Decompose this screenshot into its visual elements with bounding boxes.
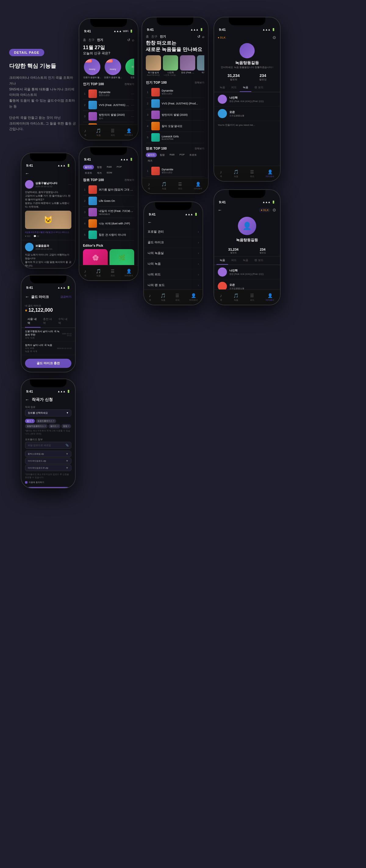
settings-nav-feed[interactable]: ☰ 피드 [175, 293, 180, 302]
menu-fanboard[interactable]: 나의 팬 보드 › [144, 280, 202, 291]
right-top100-more[interactable]: 전체보기 [195, 81, 204, 84]
track-item-2[interactable]: 2 VVS (Feat. JUSTHIS) (Prod... ··· [83, 99, 134, 111]
genre-track-1[interactable]: 1 퍼기름 밟아 (힘없자 그대 X 산들) [83, 184, 134, 195]
refresh-icon[interactable]: ↺ [197, 34, 200, 39]
right-track-3[interactable]: 3 방탄의의 별별 (2020) [146, 109, 204, 121]
artist-1[interactable]: 취기들 빛에 BaeXY백00/1은 [146, 55, 161, 76]
bottom-nav-profile[interactable]: 👤 아이파너 [125, 269, 133, 277]
right-genre-tab-trot[interactable]: 트로트 [188, 153, 199, 157]
menu-recording-room[interactable]: 나의 녹음실 › [144, 248, 202, 258]
profile-nav-song[interactable]: ♪ 곡 [220, 169, 222, 178]
circle-item-1[interactable]: 팔라드 moony 언젠가 생생어 될... [83, 59, 101, 79]
settings-icon[interactable]: ⚙ [272, 35, 276, 40]
right-nav-profile[interactable]: 👤 아이파너 [194, 182, 202, 190]
genre-track-4[interactable]: 4 나는 바꿔 (duet with JYP) [83, 218, 134, 229]
tag-pops[interactable]: 팝스 × [25, 419, 35, 423]
bottom-nav-song[interactable]: ♪ 곡 [84, 269, 86, 277]
right-genre-tab-jazz[interactable]: 재즈 [146, 158, 154, 163]
nav-tab-popular[interactable]: 인기 [97, 38, 103, 42]
settings-nav-record[interactable]: 🎵 녹음 [160, 293, 166, 302]
top100-more[interactable]: 전체보기 [125, 83, 134, 86]
nav-popular[interactable]: 인기 [160, 34, 166, 39]
like-action[interactable]: ♥ 322 [25, 235, 31, 238]
profile-tab-recording[interactable]: 녹음 [217, 84, 228, 92]
artist-settings-icon[interactable]: ⚙ [272, 208, 276, 213]
right-genre-more[interactable]: 전체보기 [195, 147, 204, 150]
genre-tab-trot[interactable]: 트로트 [83, 171, 94, 175]
search-icon[interactable]: ⌕ [132, 38, 134, 42]
right-nav-record[interactable]: 🎵 녹음 [161, 182, 167, 190]
genre-track-2[interactable]: 2 Life Goes On [83, 195, 134, 207]
profile-tab-fanboard[interactable]: 팬 보드 [251, 84, 267, 92]
nav-friends[interactable]: 친구 [151, 34, 157, 39]
post-more[interactable]: ··· [68, 182, 71, 187]
artist-4[interactable]: 락목선 [197, 55, 204, 76]
nav-home[interactable]: 홈 [146, 34, 149, 39]
bottom-nav-profile[interactable]: 👤 아이파너 [125, 128, 133, 137]
artist-2[interactable]: 나인학 나인학, 오파얼... [163, 55, 178, 76]
profile-tab-recordings2[interactable]: 녹음 [240, 84, 251, 92]
artist-nav-record[interactable]: 🎵 녹음 [233, 293, 238, 302]
genre-select[interactable]: 장르를 선택하세요 ▼ [25, 409, 71, 416]
right-nav-song[interactable]: ♪ 곡 [148, 182, 150, 190]
right-genre-tab-ballad[interactable]: 발라드 [146, 153, 157, 157]
right-genre-tab-pop[interactable]: POP [177, 153, 186, 157]
gold-charge-button[interactable]: 골드 마이크 충전 [25, 359, 71, 368]
artist-tab-fanboard[interactable]: 팬 보드 [251, 256, 267, 265]
right-track-1[interactable]: 1 Dynamite방탄소년단 [146, 87, 204, 98]
bottom-nav-record[interactable]: 🎵 녹음 [96, 269, 101, 277]
settings-nav-profile[interactable]: 👤 아이파너 [189, 293, 198, 302]
circle-item-2[interactable]: 팔라드 moony 언젠가 생생어 될... [104, 59, 122, 79]
right-nav-feed[interactable]: ☰ 피드 [178, 182, 182, 190]
refresh-icon[interactable]: ↺ [127, 38, 130, 42]
terms-checkbox[interactable] [25, 481, 28, 484]
right-genre-track-1[interactable]: 1 Dynamite방탄소년단 [146, 165, 204, 177]
artist-nav-song[interactable]: ♪ 곡 [220, 293, 222, 302]
tag-hiphop[interactable]: 힙합트롤레이스 × [36, 419, 56, 423]
profile-tab-feed[interactable]: 피드 [228, 84, 240, 92]
right-genre-tab-hiphop[interactable]: 힙합 [158, 153, 167, 157]
tag-palad[interactable]: 팔라드 × [48, 424, 60, 428]
profile-nav-feed[interactable]: ☰ 피드 [250, 169, 254, 178]
nav-tab-home[interactable]: 홈 [83, 38, 86, 42]
nav-tab-friends[interactable]: 친구 [89, 38, 95, 42]
portfolio-input[interactable]: 파일 업로드로 새로입 📎 [25, 442, 71, 449]
bottom-nav-record[interactable]: 🎵 녹음 [96, 128, 101, 137]
artist-tab-recording[interactable]: 녹음 [217, 256, 228, 265]
bottom-nav-song[interactable]: ♪ 곡 [84, 128, 86, 137]
right-genre-tab-rnb[interactable]: R&B [168, 153, 176, 157]
search-icon[interactable]: ⌕ [202, 34, 204, 39]
artist-tab-feed[interactable]: 피드 [228, 256, 240, 265]
tag-haphap[interactable]: 합합 × [61, 424, 71, 428]
genre-tab-pop[interactable]: POP [115, 165, 124, 169]
genre-tab-edm[interactable]: EDM [105, 171, 114, 175]
settings-nav-song[interactable]: ♪ 곡 [149, 293, 151, 302]
profile-nav-profile[interactable]: 👤 아이파너 [266, 169, 274, 178]
comment-action[interactable]: 💬 22 [34, 235, 39, 238]
track-item-1[interactable]: 1 Dynamite 방탄소년단 ··· [83, 88, 134, 99]
see-more[interactable]: You're 친들이이 as you need me... [214, 121, 280, 129]
back-arrow[interactable]: ← [218, 208, 222, 213]
profile-nav-record[interactable]: 🎵 녹음 [233, 169, 238, 178]
back-arrow[interactable]: ← [25, 171, 29, 176]
bottom-nav-feed[interactable]: ☰ 피드 [111, 269, 115, 277]
right-track-5[interactable]: 5 Lovesick GirlsBLACKPINK [146, 132, 204, 143]
back-arrow[interactable]: ← [147, 220, 152, 225]
tag-ballad-ext[interactable]: 발랄하음클레이스 × [25, 424, 47, 428]
artist-3[interactable]: 한번 (Feat. ... [180, 55, 195, 76]
gold-tab-charge[interactable]: 충전 내역 [40, 315, 56, 328]
artist-nav-profile[interactable]: 👤 아이파너 [266, 293, 274, 302]
back-arrow[interactable]: ← [25, 294, 29, 299]
artist-nav-feed[interactable]: ☰ 피드 [250, 293, 254, 302]
artist-tab-recordings2[interactable]: 녹음 [240, 256, 251, 265]
menu-recordings[interactable]: 나의 녹음 › [144, 258, 202, 269]
circle-item-3[interactable]: 언젠 언젠... [125, 59, 134, 79]
nav-icons[interactable]: ↺ ⌕ [127, 38, 134, 42]
right-track-4[interactable]: 4 잘아 오잘 잘내요 [146, 121, 204, 132]
gold-tab-use[interactable]: 사용 내역 [25, 315, 40, 328]
bottom-nav-feed[interactable]: ☰ 피드 [111, 128, 115, 137]
creator-submit-button[interactable]: 신청 완료 [25, 487, 71, 489]
genre-tab-jazz[interactable]: 재즈 [95, 171, 104, 175]
genre-tab-rnb[interactable]: R&B [105, 165, 113, 169]
gold-charge-btn[interactable]: 금금하기 [60, 295, 71, 299]
